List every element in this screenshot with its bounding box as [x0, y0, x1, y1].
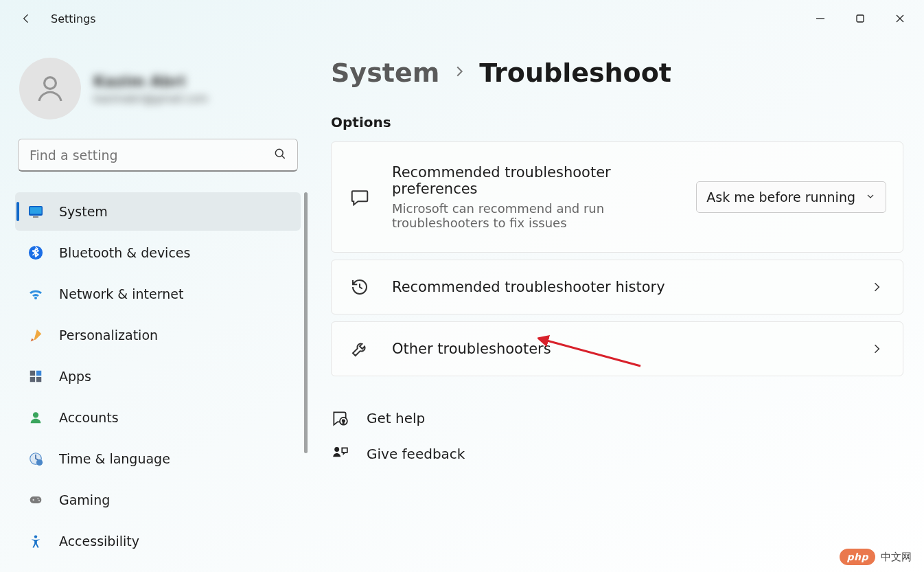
sidebar-item-accounts[interactable]: Accounts	[15, 398, 301, 437]
watermark-pill: php	[840, 549, 875, 565]
sidebar-item-bluetooth[interactable]: Bluetooth & devices	[15, 233, 301, 272]
accounts-icon	[27, 409, 44, 426]
svg-point-17	[36, 459, 43, 466]
back-button[interactable]	[14, 6, 38, 31]
sidebar-item-gaming[interactable]: Gaming	[15, 481, 301, 519]
svg-rect-1	[857, 15, 864, 22]
breadcrumb-current: Troubleshoot	[479, 58, 671, 88]
bluetooth-icon	[27, 244, 44, 261]
gaming-icon	[27, 492, 44, 508]
chat-icon	[348, 185, 371, 209]
footer-link-label: Get help	[367, 410, 425, 426]
help-icon: ?	[331, 409, 349, 427]
wifi-icon	[27, 286, 44, 302]
search-wrap	[15, 139, 301, 172]
feedback-icon	[331, 445, 349, 463]
breadcrumb: System Troubleshoot	[331, 58, 903, 88]
svg-point-20	[37, 498, 38, 499]
user-name: Kazim Abri	[93, 73, 208, 90]
accessibility-icon	[27, 533, 44, 549]
dropdown-label: Ask me before running	[706, 190, 855, 205]
get-help-link[interactable]: ? Get help	[331, 409, 903, 427]
user-info: Kazim Abri kazimabri@gmail.com	[93, 73, 208, 105]
sidebar-item-label: Time & language	[59, 451, 170, 466]
section-title: Options	[331, 114, 903, 130]
window-maximize-button[interactable]	[840, 5, 880, 32]
svg-point-15	[33, 412, 38, 417]
sidebar-item-label: Apps	[59, 369, 91, 384]
sidebar-item-label: Bluetooth & devices	[59, 245, 190, 260]
svg-point-4	[45, 78, 56, 89]
apps-icon	[27, 368, 44, 385]
svg-rect-12	[36, 371, 41, 376]
card-title: Recommended troubleshooter preferences	[392, 164, 685, 197]
history-icon	[348, 275, 371, 299]
brush-icon	[27, 327, 44, 343]
svg-point-21	[38, 500, 40, 501]
svg-rect-13	[30, 377, 35, 382]
wrench-icon	[348, 337, 371, 361]
sidebar-item-accessibility[interactable]: Accessibility	[15, 522, 301, 560]
sidebar: Kazim Abri kazimabri@gmail.com System	[5, 37, 310, 572]
svg-rect-11	[30, 371, 35, 376]
system-icon	[27, 203, 44, 220]
card-title: Recommended troubleshooter history	[392, 279, 867, 295]
user-block[interactable]: Kazim Abri kazimabri@gmail.com	[15, 37, 301, 139]
prefs-dropdown[interactable]: Ask me before running	[696, 181, 886, 213]
window-close-button[interactable]	[880, 5, 920, 32]
card-recommended-prefs: Recommended troubleshooter preferences M…	[331, 141, 903, 253]
svg-rect-14	[36, 377, 41, 382]
sidebar-item-network[interactable]: Network & internet	[15, 275, 301, 313]
svg-rect-18	[30, 496, 42, 503]
chevron-right-icon	[452, 64, 467, 82]
sidebar-item-label: Network & internet	[59, 286, 183, 301]
sidebar-item-label: Personalization	[59, 328, 158, 343]
svg-text:?: ?	[342, 419, 345, 425]
card-subtitle: Microsoft can recommend and run troubles…	[392, 201, 685, 230]
nav-list: System Bluetooth & devices Network & int…	[15, 192, 301, 560]
sidebar-scrollbar[interactable]	[304, 192, 308, 453]
sidebar-item-system[interactable]: System	[15, 192, 301, 231]
avatar	[19, 58, 81, 119]
footer-link-label: Give feedback	[367, 446, 465, 462]
svg-point-26	[334, 447, 339, 452]
sidebar-item-label: Accessibility	[59, 534, 139, 549]
watermark-text: 中文网	[881, 551, 912, 564]
sidebar-item-label: Gaming	[59, 492, 110, 507]
give-feedback-link[interactable]: Give feedback	[331, 445, 903, 463]
search-input[interactable]	[18, 139, 298, 172]
footer-links: ? Get help Give feedback	[331, 409, 903, 463]
window-minimize-button[interactable]	[800, 5, 840, 32]
card-title: Other troubleshooters	[392, 341, 867, 357]
app-title: Settings	[51, 12, 96, 25]
sidebar-item-time-language[interactable]: Time & language	[15, 439, 301, 478]
chevron-right-icon	[867, 342, 886, 356]
sidebar-item-apps[interactable]: Apps	[15, 357, 301, 396]
sidebar-item-personalization[interactable]: Personalization	[15, 316, 301, 354]
clock-globe-icon	[27, 450, 44, 467]
svg-rect-9	[33, 216, 38, 218]
title-bar: Settings	[0, 0, 924, 37]
breadcrumb-parent[interactable]: System	[331, 58, 439, 88]
svg-point-22	[34, 535, 37, 538]
sidebar-item-label: Accounts	[59, 410, 119, 425]
content-pane: System Troubleshoot Options Recommended …	[310, 37, 924, 572]
svg-rect-8	[30, 207, 42, 214]
watermark: php 中文网	[840, 549, 912, 565]
user-email: kazimabri@gmail.com	[93, 93, 208, 105]
card-other-troubleshooters[interactable]: Other troubleshooters	[331, 321, 903, 376]
chevron-right-icon	[867, 280, 886, 294]
card-history[interactable]: Recommended troubleshooter history	[331, 260, 903, 314]
chevron-down-icon	[865, 190, 876, 205]
svg-point-19	[33, 499, 34, 501]
sidebar-item-label: System	[59, 204, 108, 219]
